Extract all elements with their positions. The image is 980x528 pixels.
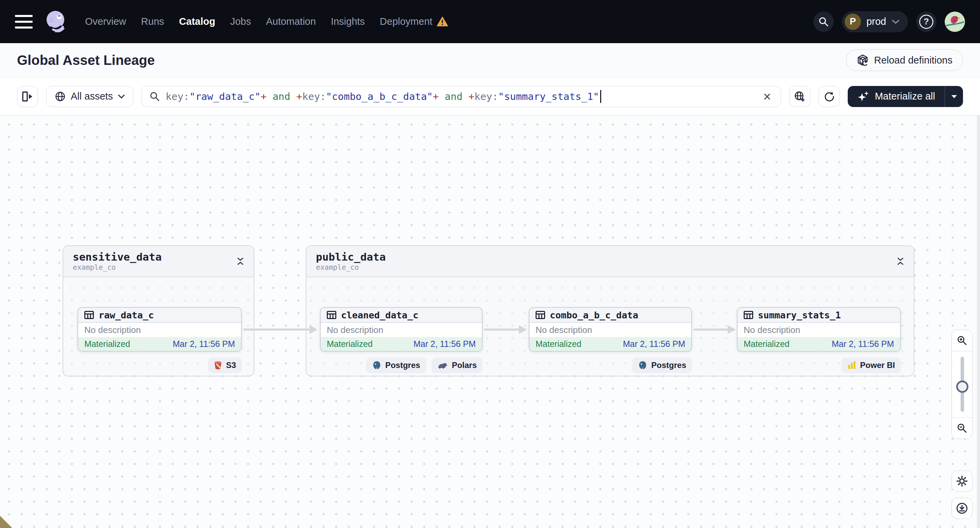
zoom-controls bbox=[951, 330, 972, 439]
gear-icon bbox=[956, 475, 968, 487]
hamburger-menu-icon[interactable] bbox=[15, 15, 33, 29]
tag-postgres[interactable]: Postgres bbox=[632, 357, 692, 373]
asset-scope-label: All assets bbox=[71, 91, 113, 102]
materialize-options-button[interactable] bbox=[945, 86, 963, 107]
materialize-all-label: Materialize all bbox=[875, 91, 935, 102]
table-icon bbox=[327, 311, 336, 319]
tag-postgres[interactable]: Postgres bbox=[366, 357, 426, 373]
tag-label: S3 bbox=[226, 360, 236, 370]
download-graph-button[interactable] bbox=[951, 498, 972, 519]
tag-label: Polars bbox=[452, 360, 477, 370]
tag-s3[interactable]: S3 bbox=[208, 357, 242, 373]
asset-node-header: raw_data_c bbox=[78, 308, 241, 323]
bird-avatar-icon bbox=[945, 11, 965, 32]
materialization-timestamp: Mar 2, 11:56 PM bbox=[414, 339, 476, 349]
asset-title: cleaned_data_c bbox=[341, 310, 418, 320]
reload-definitions-label: Reload definitions bbox=[874, 55, 953, 66]
asset-title: summary_stats_1 bbox=[758, 310, 841, 320]
asset-node-header: cleaned_data_c bbox=[321, 308, 482, 323]
global-search-button[interactable] bbox=[813, 11, 834, 32]
status-badge: Materialized bbox=[84, 339, 130, 349]
tag-power-bi[interactable]: Power BI bbox=[842, 357, 901, 373]
download-icon bbox=[956, 502, 968, 514]
chevron-down-icon bbox=[118, 94, 125, 98]
search-query-text: key:"raw_data_c"+ and +key:"combo_a_b_c_… bbox=[165, 91, 599, 102]
refresh-icon bbox=[823, 91, 835, 102]
graph-settings-button[interactable] bbox=[951, 471, 972, 492]
nav-item-runs[interactable]: Runs bbox=[141, 16, 164, 27]
materialize-all-button[interactable]: Materialize all bbox=[848, 86, 945, 107]
globe-plus-icon bbox=[794, 91, 805, 102]
zoom-out-button[interactable] bbox=[952, 418, 972, 439]
asset-node-header: summary_stats_1 bbox=[738, 308, 900, 323]
asset-column-cleaned-data-c: cleaned_data_c No description Materializ… bbox=[320, 307, 482, 373]
asset-node-raw-data-c[interactable]: raw_data_c No description Materialized M… bbox=[78, 307, 242, 352]
nav-item-automation[interactable]: Automation bbox=[266, 16, 316, 27]
zoom-slider-thumb[interactable] bbox=[956, 381, 969, 393]
tag-label: Postgres bbox=[385, 360, 420, 370]
s3-bucket-icon bbox=[213, 360, 223, 370]
asset-tags: Postgres Polars bbox=[320, 357, 482, 373]
power-bi-icon bbox=[847, 361, 856, 369]
tag-polars[interactable]: Polars bbox=[431, 357, 482, 373]
top-nav: Overview Runs Catalog Jobs Automation In… bbox=[0, 0, 980, 43]
nav-item-catalog[interactable]: Catalog bbox=[179, 16, 215, 27]
refresh-graph-button[interactable] bbox=[818, 86, 840, 107]
octopus-logo-icon bbox=[44, 10, 67, 32]
tag-label: Postgres bbox=[651, 360, 686, 370]
asset-node-combo-a-b-c-data[interactable]: combo_a_b_c_data No description Material… bbox=[529, 307, 692, 352]
chevron-down-icon bbox=[892, 19, 900, 24]
asset-tags: S3 bbox=[78, 357, 242, 373]
globe-icon bbox=[55, 91, 66, 102]
status-badge: Materialized bbox=[744, 339, 789, 349]
asset-status-row: Materialized Mar 2, 11:56 PM bbox=[738, 337, 900, 351]
zoom-in-button[interactable] bbox=[952, 330, 972, 351]
asset-node-summary-stats-1[interactable]: summary_stats_1 No description Materiali… bbox=[737, 307, 901, 352]
asset-description: No description bbox=[738, 323, 900, 337]
materialize-all-split-button: Materialize all bbox=[848, 86, 963, 107]
tag-label: Power BI bbox=[860, 360, 895, 370]
asset-column-summary-stats-1: summary_stats_1 No description Materiali… bbox=[737, 307, 901, 373]
table-icon bbox=[84, 311, 94, 319]
nav-item-jobs[interactable]: Jobs bbox=[230, 16, 251, 27]
nav-item-overview[interactable]: Overview bbox=[85, 16, 126, 27]
nav-right-cluster: P prod ? bbox=[813, 11, 965, 32]
panel-toggle-icon bbox=[22, 91, 33, 102]
zoom-out-icon bbox=[956, 423, 967, 434]
deployment-avatar: P bbox=[845, 14, 861, 30]
sparkles-icon bbox=[857, 90, 870, 103]
page-title: Global Asset Lineage bbox=[17, 53, 155, 68]
table-icon bbox=[536, 311, 545, 319]
asset-status-row: Materialized Mar 2, 11:56 PM bbox=[321, 337, 482, 351]
view-full-lineage-button[interactable] bbox=[789, 86, 810, 107]
deployment-name: prod bbox=[866, 16, 886, 27]
asset-status-row: Materialized Mar 2, 11:56 PM bbox=[78, 337, 241, 351]
asset-column-combo-a-b-c-data: combo_a_b_c_data No description Material… bbox=[529, 307, 692, 373]
clear-search-button[interactable]: × bbox=[761, 90, 773, 103]
open-sidebar-panel-button[interactable] bbox=[17, 86, 38, 107]
search-icon bbox=[818, 16, 829, 27]
deployment-switcher[interactable]: P prod bbox=[842, 11, 908, 32]
asset-status-row: Materialized Mar 2, 11:56 PM bbox=[530, 337, 691, 351]
zoom-slider[interactable] bbox=[952, 351, 972, 418]
materialization-timestamp: Mar 2, 11:56 PM bbox=[832, 339, 894, 349]
asset-title: raw_data_c bbox=[99, 310, 154, 320]
asset-search-input[interactable]: key:"raw_data_c"+ and +key:"combo_a_b_c_… bbox=[142, 86, 781, 107]
reload-definitions-button[interactable]: Reload definitions bbox=[846, 49, 963, 71]
vertical-scrollbar[interactable] bbox=[977, 116, 980, 528]
reload-cube-icon bbox=[857, 54, 869, 66]
asset-description: No description bbox=[78, 323, 241, 337]
postgres-icon bbox=[372, 360, 382, 370]
postgres-icon bbox=[638, 360, 648, 370]
asset-scope-select[interactable]: All assets bbox=[46, 86, 133, 107]
asset-description: No description bbox=[321, 323, 482, 337]
materialization-timestamp: Mar 2, 11:56 PM bbox=[623, 339, 685, 349]
dagster-logo[interactable] bbox=[44, 10, 67, 33]
nav-item-deployment[interactable]: Deployment bbox=[380, 16, 448, 27]
help-button[interactable]: ? bbox=[916, 11, 937, 32]
asset-node-cleaned-data-c[interactable]: cleaned_data_c No description Materializ… bbox=[320, 307, 482, 352]
user-avatar[interactable] bbox=[945, 11, 965, 32]
lineage-graph-canvas[interactable]: sensitive_data example_co public_data ex… bbox=[0, 116, 980, 528]
nav-item-insights[interactable]: Insights bbox=[331, 16, 365, 27]
dropdown-arrow-icon bbox=[951, 94, 958, 98]
